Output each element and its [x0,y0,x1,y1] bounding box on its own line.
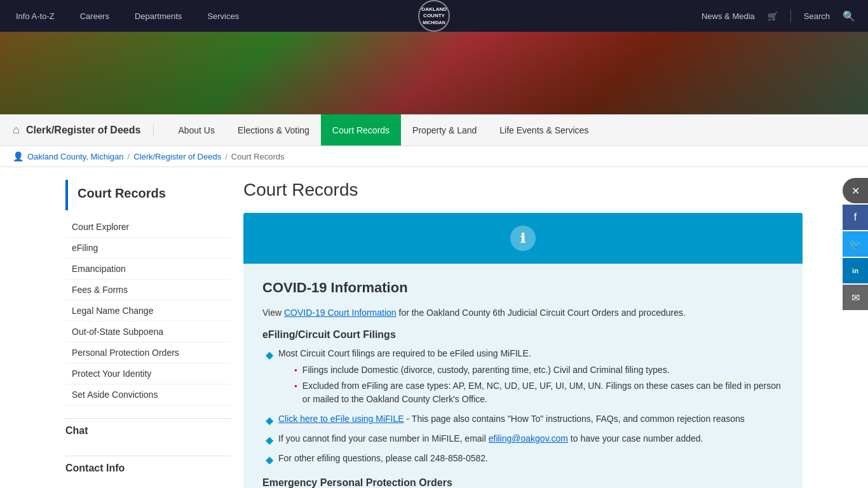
sidebar-menu: Court Explorer eFiling Emancipation Fees… [65,217,231,405]
mifile-link[interactable]: Click here to eFile using MiFILE [278,414,404,424]
info-box-header: ℹ [243,213,803,264]
sub-bullet-list: ● Filings include Domestic (divorce, cus… [278,363,783,406]
nav-cart[interactable]: 🛒 [768,11,778,21]
nav-property-land[interactable]: Property & Land [401,114,488,146]
sub-bullet-circle-2: ● [294,383,297,406]
top-navigation: Info A-to-Z Careers Departments Services… [0,0,868,32]
info-icon: ℹ [510,226,536,251]
sidebar-item-protect-identity[interactable]: Protect Your Identity [65,363,231,384]
info-box-body: COVID-19 Information View COVID-19 Court… [243,264,803,488]
nav-court-records[interactable]: Court Records [321,114,401,146]
section-nav-links: About Us Elections & Voting Court Record… [166,114,600,146]
sidebar-item-emancipation[interactable]: Emancipation [65,259,231,280]
sub-bullet-circle-1: ● [294,367,297,377]
nav-search-text[interactable]: Search [804,11,830,21]
bullet-item-2: ◆ Click here to eFile using MiFILE - Thi… [266,412,783,428]
nav-about-us[interactable]: About Us [166,114,226,146]
efiling-bullet-list: ◆ Most Circuit Court filings are require… [262,347,783,468]
efiling-heading: eFiling/Circuit Court Filings [262,329,783,341]
top-nav-right: News & Media 🛒 Search 🔍 [702,10,855,22]
sidebar-item-fees-forms[interactable]: Fees & Forms [65,280,231,301]
breadcrumb-current: Court Records [231,152,285,161]
main-content: Court Records ℹ COVID-19 Information Vie… [243,180,803,488]
breadcrumb: 👤 Oakland County, Michigan / Clerk/Regis… [0,146,868,167]
info-box: ℹ COVID-19 Information View COVID-19 Cou… [243,213,803,488]
breadcrumb-sep-1: / [128,152,130,161]
sidebar-item-court-explorer[interactable]: Court Explorer [65,217,231,238]
bullet-diamond-icon-1: ◆ [266,348,273,409]
social-facebook-button[interactable]: f [843,205,868,230]
nav-departments[interactable]: Departments [132,11,185,21]
nav-careers[interactable]: Careers [77,11,112,21]
bullet-item-4: ◆ For other efiling questions, please ca… [266,452,783,468]
section-title: Clerk/Register of Deeds [26,125,154,136]
social-twitter-button[interactable]: 🐦 [843,231,868,257]
bullet-item-3: ◆ If you cannot find your case number in… [266,432,783,448]
nav-life-events[interactable]: Life Events & Services [488,114,600,146]
nav-services[interactable]: Services [204,11,242,21]
social-sidebar: ✕ f 🐦 in ✉ [843,178,868,310]
nav-news-media[interactable]: News & Media [702,11,755,21]
info-box-intro: View COVID-19 Court Information for the … [262,306,783,320]
bullet-diamond-icon-2: ◆ [266,413,273,428]
nav-elections-voting[interactable]: Elections & Voting [226,114,321,146]
breadcrumb-department[interactable]: Clerk/Register of Deeds [133,152,221,161]
section-home-icon[interactable]: ⌂ [13,123,20,137]
sidebar-chat-section: Chat [65,418,231,443]
page-title: Court Records [243,180,803,200]
sidebar-item-out-of-state-subpoena[interactable]: Out-of-State Subpoena [65,322,231,342]
bullet-diamond-icon-4: ◆ [266,452,273,468]
info-box-heading: COVID-19 Information [262,280,783,296]
sub-bullet-item-2: ● Excluded from eFiling are case types: … [294,379,783,406]
logo-container: OAKLAND COUNTY MICHIGAN [418,0,450,32]
sidebar-item-set-aside-convictions[interactable]: Set Aside Convictions [65,384,231,405]
efiling-email-link[interactable]: efiling@oakgov.com [489,433,568,444]
sidebar-item-legal-name-change[interactable]: Legal Name Change [65,301,231,322]
sidebar-item-personal-protection-orders[interactable]: Personal Protection Orders [65,342,231,363]
breadcrumb-sep-2: / [225,152,227,161]
sidebar-contact-section: Contact Info [65,456,231,480]
divider [790,10,791,22]
breadcrumb-user-icon: 👤 [13,151,24,161]
covid-info-link[interactable]: COVID-19 Court Information [284,308,397,318]
nav-info-atoz[interactable]: Info A-to-Z [13,11,58,21]
sidebar: Court Records Court Explorer eFiling Ema… [65,180,231,488]
search-icon-button[interactable]: 🔍 [843,10,855,22]
emergency-ppo-heading: Emergency Personal Protection Orders [262,477,783,488]
top-nav-left: Info A-to-Z Careers Departments Services [13,11,242,21]
social-email-button[interactable]: ✉ [843,285,868,310]
main-container: Court Records Court Explorer eFiling Ema… [53,167,815,488]
social-close-button[interactable]: ✕ [843,178,868,203]
breadcrumb-home[interactable]: Oakland County, Michigan [27,152,124,161]
sub-bullet-item-1: ● Filings include Domestic (divorce, cus… [294,363,783,377]
site-logo: OAKLAND COUNTY MICHIGAN [418,0,450,32]
sidebar-item-efiling[interactable]: eFiling [65,238,231,259]
bullet-item-1: ◆ Most Circuit Court filings are require… [266,347,783,409]
bullet-diamond-icon-3: ◆ [266,433,273,448]
section-navigation: ⌂ Clerk/Register of Deeds About Us Elect… [0,114,868,146]
social-linkedin-button[interactable]: in [843,258,868,283]
hero-banner [0,32,868,114]
sidebar-title: Court Records [65,180,231,210]
